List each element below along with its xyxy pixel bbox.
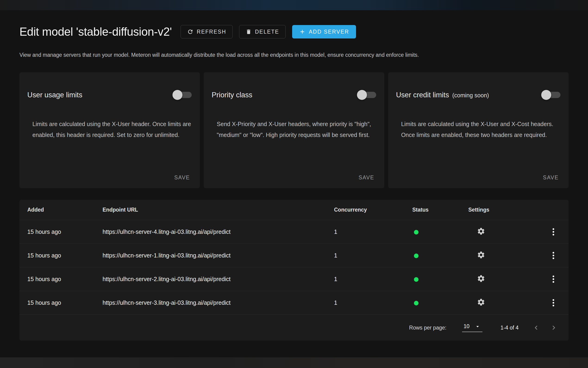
delete-button-label: DELETE xyxy=(255,29,279,35)
cell-added: 15 hours ago xyxy=(27,276,103,283)
status-online-dot xyxy=(414,230,419,235)
cell-status xyxy=(412,252,468,259)
gear-icon[interactable] xyxy=(477,274,485,283)
top-banner xyxy=(0,0,588,10)
kebab-menu-icon[interactable] xyxy=(551,274,556,284)
card-body-text: Limits are calculated using the X-User h… xyxy=(32,119,192,140)
cell-status xyxy=(412,229,468,235)
cell-actions xyxy=(523,274,561,284)
column-header-concurrency: Concurrency xyxy=(334,207,412,213)
kebab-menu-icon[interactable] xyxy=(551,298,556,308)
cell-settings xyxy=(468,274,523,284)
cell-endpoint-url: https://ulhcn-server-3.litng-ai-03.litng… xyxy=(103,299,334,306)
refresh-icon xyxy=(187,28,193,35)
column-header-endpoint-url: Endpoint URL xyxy=(103,207,334,213)
refresh-button[interactable]: REFRESH xyxy=(181,25,233,38)
table-header-row: Added Endpoint URL Concurrency Status Se… xyxy=(19,200,569,220)
status-online-dot xyxy=(414,254,419,258)
cell-added: 15 hours ago xyxy=(27,252,103,259)
page-title: Edit model 'stable-diffusion-v2' xyxy=(19,25,172,38)
priority-class-toggle[interactable] xyxy=(357,90,377,100)
cell-status xyxy=(412,276,468,283)
pagination-range-label: 1-4 of 4 xyxy=(500,325,518,331)
card-title-suffix: (coming soon) xyxy=(452,92,489,99)
cell-status xyxy=(412,299,468,306)
cell-actions xyxy=(523,298,561,308)
bottom-banner xyxy=(0,357,588,368)
refresh-button-label: REFRESH xyxy=(197,29,226,35)
caret-down-icon xyxy=(474,323,481,330)
column-header-added: Added xyxy=(27,207,103,213)
status-online-dot xyxy=(414,277,419,282)
rows-per-page-value: 10 xyxy=(464,323,469,330)
kebab-menu-icon[interactable] xyxy=(551,227,556,237)
card-user-credit-limits: User credit limits(coming soon) Limits a… xyxy=(388,72,569,188)
save-button[interactable]: SAVE xyxy=(173,173,192,182)
user-credit-limits-toggle[interactable] xyxy=(541,90,561,100)
app-screen: Edit model 'stable-diffusion-v2' REFRESH… xyxy=(0,0,588,368)
settings-cards: User usage limits Limits are calculated … xyxy=(19,72,569,188)
card-header: User usage limits xyxy=(27,90,192,100)
cell-concurrency: 1 xyxy=(334,299,412,306)
card-title: Priority class xyxy=(211,91,252,99)
page-description: View and manage servers that run your mo… xyxy=(19,51,569,58)
cell-actions xyxy=(523,227,561,237)
table-row: 15 hours ago https://ulhcn-server-4.litn… xyxy=(19,220,569,244)
cell-endpoint-url: https://ulhcn-server-2.litng-ai-03.litng… xyxy=(103,276,334,283)
column-header-settings: Settings xyxy=(468,207,523,213)
rows-per-page-label: Rows per page: xyxy=(409,325,446,331)
cell-endpoint-url: https://ulhcn-server-1.litng-ai-03.litng… xyxy=(103,252,334,259)
card-header: User credit limits(coming soon) xyxy=(396,90,561,100)
card-title: User usage limits xyxy=(27,91,82,99)
table-row: 15 hours ago https://ulhcn-server-2.litn… xyxy=(19,267,569,291)
table-pagination: Rows per page: 10 1-4 of 4 xyxy=(19,314,569,341)
toggle-thumb xyxy=(357,90,367,100)
gear-icon[interactable] xyxy=(477,251,485,259)
card-header: Priority class xyxy=(211,90,376,100)
cell-concurrency: 1 xyxy=(334,229,412,235)
user-usage-limits-toggle[interactable] xyxy=(173,90,192,100)
cell-settings xyxy=(468,251,523,260)
cell-added: 15 hours ago xyxy=(27,299,103,306)
delete-button[interactable]: DELETE xyxy=(239,25,285,38)
kebab-menu-icon[interactable] xyxy=(551,250,556,260)
table-row: 15 hours ago https://ulhcn-server-3.litn… xyxy=(19,291,569,314)
page-header: Edit model 'stable-diffusion-v2' REFRESH… xyxy=(19,25,569,38)
card-title: User credit limits xyxy=(396,91,449,99)
cell-added: 15 hours ago xyxy=(27,229,103,235)
rows-per-page-select[interactable]: 10 xyxy=(462,323,483,332)
card-body-text: Limits are calculated using the X-User a… xyxy=(401,119,561,140)
gear-icon[interactable] xyxy=(477,298,485,306)
previous-page-button[interactable] xyxy=(531,322,542,333)
cell-settings xyxy=(468,227,523,237)
cell-settings xyxy=(468,298,523,308)
cell-concurrency: 1 xyxy=(334,276,412,283)
column-header-status: Status xyxy=(412,207,468,213)
save-button[interactable]: SAVE xyxy=(541,173,561,182)
toggle-thumb xyxy=(541,90,551,100)
card-user-usage-limits: User usage limits Limits are calculated … xyxy=(19,72,200,188)
toggle-thumb xyxy=(173,90,182,100)
gear-icon[interactable] xyxy=(477,227,485,235)
next-page-button[interactable] xyxy=(548,322,559,333)
add-server-button[interactable]: ADD SERVER xyxy=(292,25,356,38)
add-server-button-label: ADD SERVER xyxy=(309,29,349,35)
header-buttons: REFRESH DELETE ADD SERVER xyxy=(181,25,356,38)
page-content: Edit model 'stable-diffusion-v2' REFRESH… xyxy=(0,10,588,357)
plus-icon xyxy=(299,28,306,35)
table-row: 15 hours ago https://ulhcn-server-1.litn… xyxy=(19,244,569,267)
status-online-dot xyxy=(414,301,419,305)
card-priority-class: Priority class Send X-Priority and X-Use… xyxy=(204,72,384,188)
save-button[interactable]: SAVE xyxy=(357,173,376,182)
cell-concurrency: 1 xyxy=(334,252,412,259)
cell-actions xyxy=(523,250,561,260)
trash-icon xyxy=(246,29,252,35)
cell-endpoint-url: https://ulhcn-server-4.litng-ai-03.litng… xyxy=(103,229,334,235)
card-body-text: Send X-Priority and X-User headers, wher… xyxy=(217,119,376,140)
servers-table: Added Endpoint URL Concurrency Status Se… xyxy=(19,200,569,341)
